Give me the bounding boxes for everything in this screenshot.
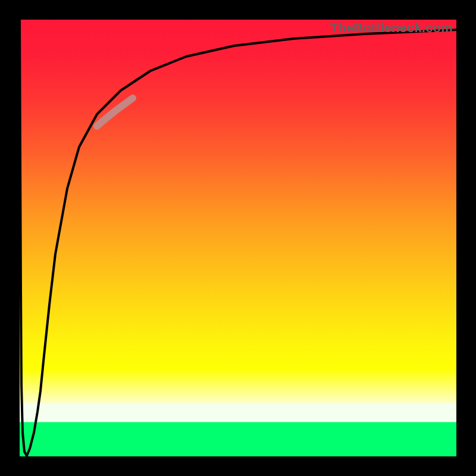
gradient-background <box>20 20 456 456</box>
chart-frame: TheBottleneck.com <box>0 0 476 476</box>
watermark-text: TheBottleneck.com <box>330 20 453 36</box>
